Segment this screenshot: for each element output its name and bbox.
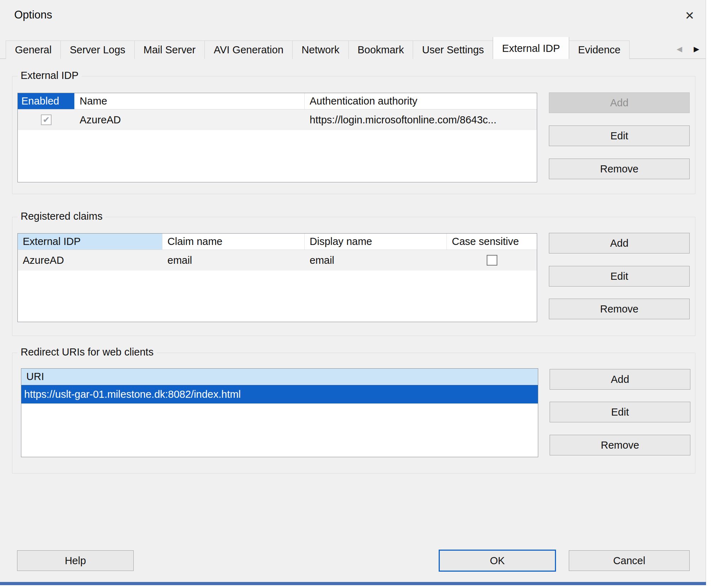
window-bottom-accent-border	[0, 582, 706, 585]
redirect-uris-table-header: URI	[21, 369, 538, 385]
options-dialog-screen: Options ✕ General Server Logs Mail Serve…	[0, 0, 711, 588]
uri-add-button[interactable]: Add	[550, 369, 690, 390]
external-idp-add-button: Add	[549, 92, 690, 113]
claims-add-button[interactable]: Add	[549, 233, 690, 253]
tab-mail-server[interactable]: Mail Server	[134, 41, 205, 59]
ok-button[interactable]: OK	[439, 550, 556, 572]
uri-remove-button[interactable]: Remove	[550, 435, 690, 455]
enabled-checkbox-checked[interactable]	[41, 114, 52, 125]
claim-display-name-cell: email	[305, 255, 447, 266]
tab-bar: General Server Logs Mail Server AVI Gene…	[6, 37, 671, 59]
case-sensitive-checkbox-unchecked[interactable]	[487, 255, 497, 266]
claims-edit-button[interactable]: Edit	[549, 266, 690, 287]
column-header-display-name[interactable]: Display name	[305, 234, 447, 250]
external-idp-table[interactable]: Enabled Name Authentication authority Az…	[17, 93, 537, 182]
redirect-uri-row-selected[interactable]: https://uslt-gar-01.milestone.dk:8082/in…	[21, 385, 538, 403]
column-header-uri[interactable]: URI	[21, 369, 538, 385]
column-header-name[interactable]: Name	[75, 93, 305, 109]
tab-evidence[interactable]: Evidence	[569, 41, 630, 59]
tab-external-idp[interactable]: External IDP	[493, 37, 569, 59]
redirect-uris-table[interactable]: URI https://uslt-gar-01.milestone.dk:808…	[21, 368, 538, 457]
tab-user-settings[interactable]: User Settings	[413, 41, 493, 59]
tab-network[interactable]: Network	[292, 41, 348, 59]
column-header-case-sensitive[interactable]: Case sensitive	[447, 234, 537, 250]
registered-claims-group-label: Registered claims	[17, 210, 106, 222]
case-sensitive-cell	[447, 255, 537, 266]
redirect-uris-group-label: Redirect URIs for web clients	[17, 346, 157, 358]
tab-bookmark[interactable]: Bookmark	[348, 41, 413, 59]
external-idp-row[interactable]: AzureAD https://login.microsoftonline.co…	[18, 109, 537, 130]
column-header-enabled[interactable]: Enabled	[18, 93, 75, 109]
registered-claims-table[interactable]: External IDP Claim name Display name Cas…	[17, 233, 537, 322]
window-title: Options	[14, 9, 52, 21]
claim-name-cell: email	[162, 255, 305, 266]
external-idp-remove-button[interactable]: Remove	[549, 159, 690, 179]
tab-server-logs[interactable]: Server Logs	[60, 41, 134, 59]
claim-idp-cell: AzureAD	[18, 255, 162, 266]
uri-cell: https://uslt-gar-01.milestone.dk:8082/in…	[21, 389, 538, 400]
close-icon[interactable]: ✕	[678, 5, 701, 26]
tab-avi-generation[interactable]: AVI Generation	[204, 41, 293, 59]
tab-scroll-left-icon[interactable]: ◄	[673, 41, 686, 57]
registered-claims-table-header: External IDP Claim name Display name Cas…	[18, 234, 537, 250]
column-header-authority[interactable]: Authentication authority	[305, 93, 537, 109]
tab-scroll-control: ◄ ►	[673, 41, 703, 57]
tab-scroll-right-icon[interactable]: ►	[690, 41, 703, 57]
column-header-claim-name[interactable]: Claim name	[162, 234, 305, 250]
tab-general[interactable]: General	[6, 41, 61, 59]
enabled-cell	[18, 114, 75, 125]
idp-name-cell: AzureAD	[75, 114, 305, 126]
options-dialog: Options ✕ General Server Logs Mail Serve…	[0, 0, 706, 585]
column-header-external-idp[interactable]: External IDP	[18, 234, 162, 250]
cancel-button[interactable]: Cancel	[569, 550, 690, 571]
claims-remove-button[interactable]: Remove	[549, 299, 690, 319]
idp-authority-cell: https://login.microsoftonline.com/8643c.…	[305, 114, 537, 126]
external-idp-table-header: Enabled Name Authentication authority	[18, 93, 537, 109]
registered-claim-row[interactable]: AzureAD email email	[18, 250, 537, 271]
uri-edit-button[interactable]: Edit	[550, 402, 690, 422]
external-idp-edit-button[interactable]: Edit	[549, 125, 690, 146]
external-idp-group-label: External IDP	[17, 70, 82, 81]
help-button[interactable]: Help	[17, 550, 134, 571]
